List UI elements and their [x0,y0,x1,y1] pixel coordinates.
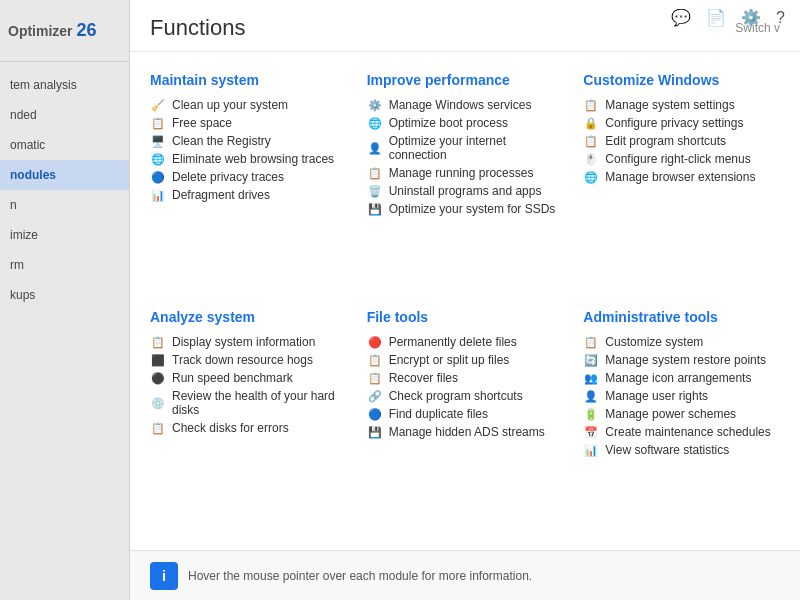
ssd-icon: 💾 [367,202,383,216]
list-item[interactable]: 📋 Manage system settings [583,96,780,114]
list-item[interactable]: 🔵 Find duplicate files [367,405,564,423]
list-item[interactable]: 🧹 Clean up your system [150,96,347,114]
processes-icon: 📋 [367,166,383,180]
shortcuts-icon: 📋 [583,134,599,148]
list-item[interactable]: 🖥️ Clean the Registry [150,132,347,150]
info-message: Hover the mouse pointer over each module… [188,569,532,583]
list-item[interactable]: 📋 Recover files [367,369,564,387]
list-item[interactable]: 📊 Defragment drives [150,186,347,204]
sidebar-item-n[interactable]: n [0,190,129,220]
list-item[interactable]: 🌐 Manage browser extensions [583,168,780,186]
list-item[interactable]: 🌐 Optimize boot process [367,114,564,132]
section-admin: Administrative tools 📋 Customize system … [583,304,780,535]
list-item[interactable]: 📋 Manage running processes [367,164,564,182]
item-label: Optimize your internet connection [389,134,564,162]
sidebar-item-nded[interactable]: nded [0,100,129,130]
syssettings-icon: 📋 [583,98,599,112]
list-item[interactable]: 💾 Manage hidden ADS streams [367,423,564,441]
list-item[interactable]: 📋 Display system information [150,333,347,351]
iconarrange-icon: 👥 [583,371,599,385]
list-item[interactable]: 🔵 Delete privacy traces [150,168,347,186]
list-item[interactable]: 🔋 Manage power schemes [583,405,780,423]
info-icon: i [150,562,178,590]
sidebar-item-omatic[interactable]: omatic [0,130,129,160]
userrights-icon: 👤 [583,389,599,403]
gear-icon[interactable]: ⚙️ [741,8,761,27]
list-item[interactable]: 🖱️ Configure right-click menus [583,150,780,168]
list-item[interactable]: 👤 Manage user rights [583,387,780,405]
list-item[interactable]: 📅 Create maintenance schedules [583,423,780,441]
item-label: Run speed benchmark [172,371,293,385]
list-item[interactable]: 👤 Optimize your internet connection [367,132,564,164]
uninstall-icon: 🗑️ [367,184,383,198]
list-item[interactable]: 📋 Edit program shortcuts [583,132,780,150]
duplicates-icon: 🔵 [367,407,383,421]
sidebar-item-system-analysis[interactable]: tem analysis [0,70,129,100]
section-title-improve: Improve performance [367,72,564,88]
ads-icon: 💾 [367,425,383,439]
checkshortcuts-icon: 🔗 [367,389,383,403]
list-item[interactable]: 🔗 Check program shortcuts [367,387,564,405]
item-label: Manage user rights [605,389,708,403]
privacysettings-icon: 🔒 [583,116,599,130]
functions-grid: Maintain system 🧹 Clean up your system 📋… [130,52,800,550]
internet-icon: 👤 [367,141,383,155]
item-label: Optimize your system for SSDs [389,202,556,216]
diskhealth-icon: 💿 [150,396,166,410]
sidebar-item-imize[interactable]: imize [0,220,129,250]
item-label: Clean up your system [172,98,288,112]
list-item[interactable]: 🔴 Permanently delete files [367,333,564,351]
list-item[interactable]: 📋 Check disks for errors [150,419,347,437]
item-label: Check program shortcuts [389,389,523,403]
list-item[interactable]: 📋 Encrypt or split up files [367,351,564,369]
section-analyze: Analyze system 📋 Display system informat… [150,304,347,535]
help-icon[interactable]: ? [776,9,785,27]
item-label: Eliminate web browsing traces [172,152,334,166]
list-item[interactable]: 📊 View software statistics [583,441,780,459]
item-label: Find duplicate files [389,407,488,421]
diskerrors-icon: 📋 [150,421,166,435]
list-item[interactable]: 💿 Review the health of your hard disks [150,387,347,419]
item-label: Manage power schemes [605,407,736,421]
item-label: Track down resource hogs [172,353,313,367]
benchmark-icon: ⚫ [150,371,166,385]
registry-icon: 🖥️ [150,134,166,148]
bottom-bar: i Hover the mouse pointer over each modu… [130,550,800,600]
item-label: View software statistics [605,443,729,457]
item-label: Configure right-click menus [605,152,750,166]
app-name-prefix: Optimizer [8,23,76,39]
list-item[interactable]: 👥 Manage icon arrangements [583,369,780,387]
sidebar-item-rm[interactable]: rm [0,250,129,280]
item-label: Delete privacy traces [172,170,284,184]
document-icon[interactable]: 📄 [706,8,726,27]
app-title: Optimizer 26 [0,10,129,62]
sidebar: Optimizer 26 tem analysis nded omatic no… [0,0,130,600]
item-label: Manage Windows services [389,98,532,112]
list-item[interactable]: ⚫ Run speed benchmark [150,369,347,387]
section-customize: Customize Windows 📋 Manage system settin… [583,67,780,294]
webbrowse-icon: 🌐 [150,152,166,166]
section-title-analyze: Analyze system [150,309,347,325]
list-item[interactable]: 💾 Optimize your system for SSDs [367,200,564,218]
sidebar-item-kups[interactable]: kups [0,280,129,310]
list-item[interactable]: ⚙️ Manage Windows services [367,96,564,114]
sidebar-item-modules[interactable]: nodules [0,160,129,190]
chat-icon[interactable]: 💬 [671,8,691,27]
item-label: Defragment drives [172,188,270,202]
item-label: Manage system restore points [605,353,766,367]
winservices-icon: ⚙️ [367,98,383,112]
cleanup-icon: 🧹 [150,98,166,112]
list-item[interactable]: 🌐 Eliminate web browsing traces [150,150,347,168]
item-label: Manage hidden ADS streams [389,425,545,439]
item-label: Customize system [605,335,703,349]
list-item[interactable]: 🔄 Manage system restore points [583,351,780,369]
list-item[interactable]: 🗑️ Uninstall programs and apps [367,182,564,200]
sysinfo-icon: 📋 [150,335,166,349]
list-item[interactable]: 📋 Free space [150,114,347,132]
list-item[interactable]: 🔒 Configure privacy settings [583,114,780,132]
encrypt-icon: 📋 [367,353,383,367]
item-label: Uninstall programs and apps [389,184,542,198]
list-item[interactable]: 📋 Customize system [583,333,780,351]
item-label: Manage system settings [605,98,734,112]
list-item[interactable]: ⬛ Track down resource hogs [150,351,347,369]
